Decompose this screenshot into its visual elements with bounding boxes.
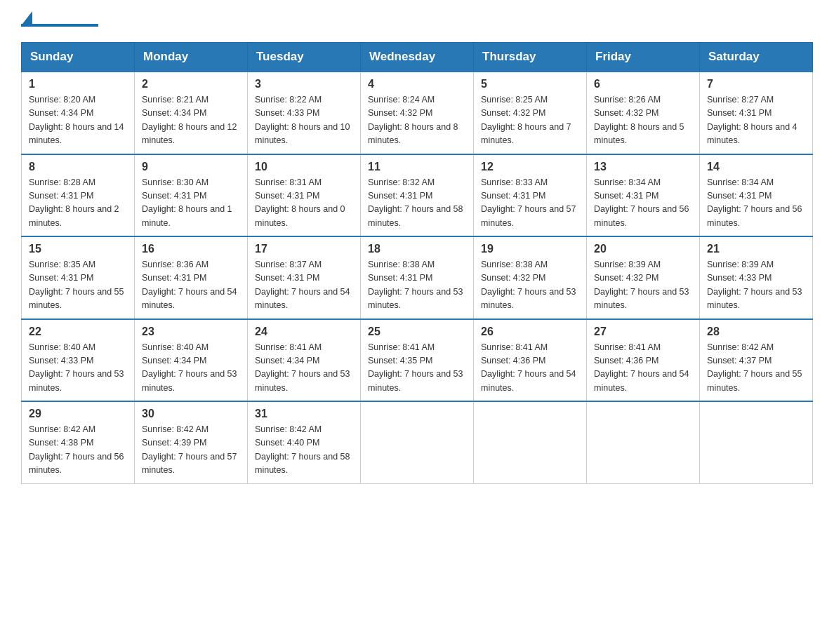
day-info: Sunrise: 8:33 AMSunset: 4:31 PMDaylight:…	[481, 176, 579, 231]
day-number: 14	[707, 161, 805, 173]
calendar-day-cell: 10Sunrise: 8:31 AMSunset: 4:31 PMDayligh…	[248, 154, 361, 237]
calendar-day-cell: 9Sunrise: 8:30 AMSunset: 4:31 PMDaylight…	[135, 154, 248, 237]
calendar-day-cell: 29Sunrise: 8:42 AMSunset: 4:38 PMDayligh…	[22, 401, 135, 483]
day-number: 12	[481, 161, 579, 173]
day-info: Sunrise: 8:39 AMSunset: 4:32 PMDaylight:…	[594, 258, 692, 313]
calendar-day-header: Friday	[587, 43, 700, 72]
day-number: 8	[29, 161, 127, 173]
calendar-day-header: Saturday	[700, 43, 813, 72]
day-number: 15	[29, 243, 127, 255]
calendar-day-cell: 28Sunrise: 8:42 AMSunset: 4:37 PMDayligh…	[700, 319, 813, 402]
calendar-day-cell: 31Sunrise: 8:42 AMSunset: 4:40 PMDayligh…	[248, 401, 361, 483]
calendar-week-row: 8Sunrise: 8:28 AMSunset: 4:31 PMDaylight…	[22, 154, 813, 237]
day-number: 1	[29, 78, 127, 90]
day-info: Sunrise: 8:21 AMSunset: 4:34 PMDaylight:…	[142, 93, 240, 148]
day-info: Sunrise: 8:41 AMSunset: 4:34 PMDaylight:…	[255, 341, 353, 396]
calendar-day-header: Thursday	[474, 43, 587, 72]
day-number: 29	[29, 408, 127, 420]
calendar-day-cell: 23Sunrise: 8:40 AMSunset: 4:34 PMDayligh…	[135, 319, 248, 402]
day-info: Sunrise: 8:35 AMSunset: 4:31 PMDaylight:…	[29, 258, 127, 313]
calendar-day-cell: 26Sunrise: 8:41 AMSunset: 4:36 PMDayligh…	[474, 319, 587, 402]
calendar-table: SundayMondayTuesdayWednesdayThursdayFrid…	[21, 42, 813, 484]
day-info: Sunrise: 8:40 AMSunset: 4:33 PMDaylight:…	[29, 341, 127, 396]
day-info: Sunrise: 8:42 AMSunset: 4:37 PMDaylight:…	[707, 341, 805, 396]
calendar-day-cell: 11Sunrise: 8:32 AMSunset: 4:31 PMDayligh…	[361, 154, 474, 237]
calendar-week-row: 15Sunrise: 8:35 AMSunset: 4:31 PMDayligh…	[22, 236, 813, 319]
day-info: Sunrise: 8:42 AMSunset: 4:39 PMDaylight:…	[142, 423, 240, 478]
calendar-day-cell: 4Sunrise: 8:24 AMSunset: 4:32 PMDaylight…	[361, 72, 474, 154]
day-number: 17	[255, 243, 353, 255]
day-info: Sunrise: 8:20 AMSunset: 4:34 PMDaylight:…	[29, 93, 127, 148]
day-number: 28	[707, 326, 805, 338]
calendar-day-cell: 5Sunrise: 8:25 AMSunset: 4:32 PMDaylight…	[474, 72, 587, 154]
day-number: 27	[594, 326, 692, 338]
day-info: Sunrise: 8:34 AMSunset: 4:31 PMDaylight:…	[594, 176, 692, 231]
calendar-day-cell: 22Sunrise: 8:40 AMSunset: 4:33 PMDayligh…	[22, 319, 135, 402]
day-info: Sunrise: 8:39 AMSunset: 4:33 PMDaylight:…	[707, 258, 805, 313]
logo-underline	[21, 24, 98, 27]
calendar-day-header: Wednesday	[361, 43, 474, 72]
day-number: 31	[255, 408, 353, 420]
day-info: Sunrise: 8:24 AMSunset: 4:32 PMDaylight:…	[368, 93, 466, 148]
day-info: Sunrise: 8:28 AMSunset: 4:31 PMDaylight:…	[29, 176, 127, 231]
calendar-day-cell: 25Sunrise: 8:41 AMSunset: 4:35 PMDayligh…	[361, 319, 474, 402]
day-number: 7	[707, 78, 805, 90]
day-info: Sunrise: 8:22 AMSunset: 4:33 PMDaylight:…	[255, 93, 353, 148]
day-info: Sunrise: 8:36 AMSunset: 4:31 PMDaylight:…	[142, 258, 240, 313]
calendar-day-cell: 17Sunrise: 8:37 AMSunset: 4:31 PMDayligh…	[248, 236, 361, 319]
calendar-day-cell	[700, 401, 813, 483]
day-number: 16	[142, 243, 240, 255]
calendar-day-header: Tuesday	[248, 43, 361, 72]
day-number: 30	[142, 408, 240, 420]
day-info: Sunrise: 8:34 AMSunset: 4:31 PMDaylight:…	[707, 176, 805, 231]
calendar-day-cell: 1Sunrise: 8:20 AMSunset: 4:34 PMDaylight…	[22, 72, 135, 154]
calendar-day-cell: 24Sunrise: 8:41 AMSunset: 4:34 PMDayligh…	[248, 319, 361, 402]
day-number: 24	[255, 326, 353, 338]
calendar-week-row: 22Sunrise: 8:40 AMSunset: 4:33 PMDayligh…	[22, 319, 813, 402]
calendar-day-cell: 30Sunrise: 8:42 AMSunset: 4:39 PMDayligh…	[135, 401, 248, 483]
calendar-day-cell: 13Sunrise: 8:34 AMSunset: 4:31 PMDayligh…	[587, 154, 700, 237]
day-info: Sunrise: 8:40 AMSunset: 4:34 PMDaylight:…	[142, 341, 240, 396]
day-number: 6	[594, 78, 692, 90]
calendar-day-cell: 18Sunrise: 8:38 AMSunset: 4:31 PMDayligh…	[361, 236, 474, 319]
calendar-day-cell: 6Sunrise: 8:26 AMSunset: 4:32 PMDaylight…	[587, 72, 700, 154]
day-number: 26	[481, 326, 579, 338]
logo	[21, 14, 98, 28]
day-info: Sunrise: 8:38 AMSunset: 4:31 PMDaylight:…	[368, 258, 466, 313]
calendar-day-cell: 7Sunrise: 8:27 AMSunset: 4:31 PMDaylight…	[700, 72, 813, 154]
calendar-day-cell: 19Sunrise: 8:38 AMSunset: 4:32 PMDayligh…	[474, 236, 587, 319]
day-info: Sunrise: 8:38 AMSunset: 4:32 PMDaylight:…	[481, 258, 579, 313]
day-number: 20	[594, 243, 692, 255]
day-info: Sunrise: 8:41 AMSunset: 4:36 PMDaylight:…	[481, 341, 579, 396]
calendar-day-cell: 8Sunrise: 8:28 AMSunset: 4:31 PMDaylight…	[22, 154, 135, 237]
day-info: Sunrise: 8:26 AMSunset: 4:32 PMDaylight:…	[594, 93, 692, 148]
calendar-day-cell: 15Sunrise: 8:35 AMSunset: 4:31 PMDayligh…	[22, 236, 135, 319]
calendar-week-row: 29Sunrise: 8:42 AMSunset: 4:38 PMDayligh…	[22, 401, 813, 483]
day-info: Sunrise: 8:37 AMSunset: 4:31 PMDaylight:…	[255, 258, 353, 313]
day-info: Sunrise: 8:42 AMSunset: 4:40 PMDaylight:…	[255, 423, 353, 478]
calendar-day-cell: 12Sunrise: 8:33 AMSunset: 4:31 PMDayligh…	[474, 154, 587, 237]
calendar-header-row: SundayMondayTuesdayWednesdayThursdayFrid…	[22, 43, 813, 72]
calendar-day-cell: 2Sunrise: 8:21 AMSunset: 4:34 PMDaylight…	[135, 72, 248, 154]
day-info: Sunrise: 8:32 AMSunset: 4:31 PMDaylight:…	[368, 176, 466, 231]
calendar-day-cell	[361, 401, 474, 483]
day-number: 4	[368, 78, 466, 90]
calendar-day-cell: 3Sunrise: 8:22 AMSunset: 4:33 PMDaylight…	[248, 72, 361, 154]
calendar-day-header: Sunday	[22, 43, 135, 72]
calendar-day-cell	[587, 401, 700, 483]
day-info: Sunrise: 8:25 AMSunset: 4:32 PMDaylight:…	[481, 93, 579, 148]
day-number: 10	[255, 161, 353, 173]
day-number: 5	[481, 78, 579, 90]
day-info: Sunrise: 8:31 AMSunset: 4:31 PMDaylight:…	[255, 176, 353, 231]
day-number: 11	[368, 161, 466, 173]
day-number: 22	[29, 326, 127, 338]
calendar-day-cell: 16Sunrise: 8:36 AMSunset: 4:31 PMDayligh…	[135, 236, 248, 319]
day-number: 18	[368, 243, 466, 255]
calendar-day-cell: 14Sunrise: 8:34 AMSunset: 4:31 PMDayligh…	[700, 154, 813, 237]
day-number: 21	[707, 243, 805, 255]
day-info: Sunrise: 8:30 AMSunset: 4:31 PMDaylight:…	[142, 176, 240, 231]
day-number: 3	[255, 78, 353, 90]
day-number: 23	[142, 326, 240, 338]
day-number: 9	[142, 161, 240, 173]
day-number: 25	[368, 326, 466, 338]
